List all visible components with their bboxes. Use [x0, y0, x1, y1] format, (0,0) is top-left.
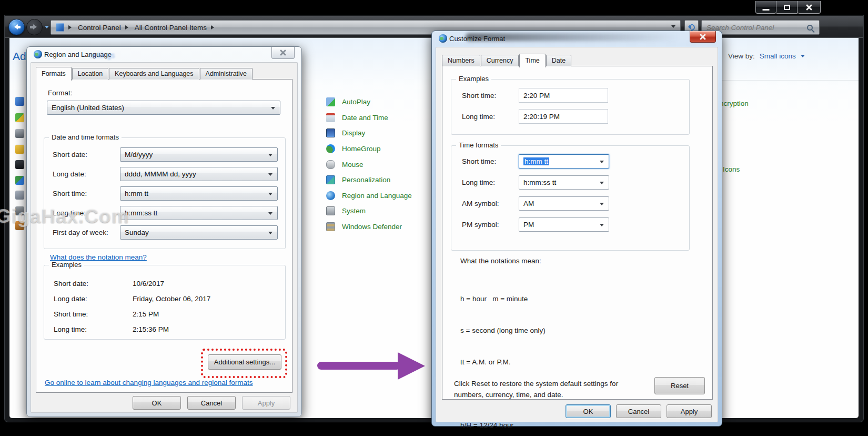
long-time-label: Long time: — [462, 179, 519, 186]
short-time-label: Short time: — [462, 157, 519, 165]
example-long-time-label: Long time: — [54, 325, 133, 333]
am-symbol-combo[interactable]: AM — [519, 196, 609, 211]
close-window-button[interactable] — [798, 1, 821, 14]
long-time-combo[interactable]: h:mm:ss tt — [519, 175, 609, 190]
cp-item-windows-defender[interactable]: Windows Defender — [326, 219, 412, 235]
address-dropdown-icon[interactable] — [671, 25, 675, 30]
minimize-button[interactable] — [755, 1, 776, 14]
long-time-value: h:mm:ss tt — [523, 179, 556, 186]
example-short-date-value: 10/6/2017 — [133, 280, 164, 288]
defender-icon — [326, 222, 335, 231]
group-legend: Time formats — [456, 141, 501, 149]
flag-icon[interactable] — [15, 97, 24, 106]
examples-group: Examples Short date:10/6/2017 Long date:… — [44, 265, 286, 340]
recent-pages-chevron-icon[interactable] — [45, 26, 49, 31]
cp-item-partial-icons[interactable]: Icons — [723, 165, 740, 173]
homegroup-users-icon[interactable] — [15, 176, 24, 185]
tab-date[interactable]: Date — [546, 55, 571, 66]
cp-item-personalization[interactable]: Personalization — [326, 172, 412, 188]
cp-item-partial-encryption[interactable]: ncryption — [720, 100, 749, 107]
cp-item-label: Region and Language — [342, 192, 412, 200]
purple-arrow — [317, 362, 400, 370]
cp-item-date-and-time[interactable]: Date and Time — [326, 110, 412, 126]
forward-button[interactable] — [26, 19, 43, 35]
group-legend: Examples — [456, 75, 491, 83]
notation-line: h = hour m = minute — [460, 294, 574, 304]
format-select[interactable]: English (United States) — [47, 101, 280, 115]
example-long-date-label: Long date: — [54, 295, 133, 303]
cp-item-label: Mouse — [342, 161, 364, 169]
breadcrumb-control-panel[interactable]: Control Panel — [78, 24, 121, 32]
control-panel-icon — [56, 23, 64, 32]
region-tabs: Formats Location Keyboards and Languages… — [36, 67, 253, 80]
tab-numbers[interactable]: Numbers — [442, 55, 480, 66]
cp-item-region-and-language[interactable]: Region and Language — [326, 188, 412, 204]
cp-item-label: AutoPlay — [342, 98, 370, 106]
short-time-value: h:mm tt — [125, 190, 148, 197]
short-time-value-selected: h:mm tt — [523, 157, 549, 165]
notation-line: h/H = 12/24 hour — [460, 420, 574, 431]
minimize-icon — [763, 9, 770, 11]
globe-icon — [326, 191, 335, 200]
first-day-select[interactable]: Sunday — [120, 225, 278, 240]
tab-keyboards-and-languages[interactable]: Keyboards and Languages — [109, 68, 199, 80]
keyboard-icon[interactable] — [15, 160, 24, 169]
example-short-time-value: 2:20 PM — [523, 92, 550, 100]
dialog-title: Customize Format — [449, 35, 505, 43]
cp-item-mouse[interactable]: Mouse — [326, 156, 412, 172]
short-date-select[interactable]: M/d/yyyy — [120, 147, 278, 162]
view-by-value[interactable]: Small icons — [760, 52, 796, 60]
apply-button[interactable]: Apply — [242, 396, 290, 410]
breadcrumb-all-items[interactable]: All Control Panel Items — [135, 24, 207, 32]
ok-button[interactable]: OK — [133, 396, 181, 410]
view-by-control: View by: Small icons — [728, 52, 805, 60]
windows-anytime-icon[interactable] — [15, 113, 24, 122]
long-date-select[interactable]: dddd, MMMM dd, yyyy — [120, 167, 278, 181]
cp-item-system[interactable]: System — [326, 203, 412, 219]
pm-symbol-combo[interactable]: PM — [519, 217, 609, 232]
dialog-button-row: OK Cancel Apply — [133, 396, 290, 410]
reset-button[interactable]: Reset — [654, 377, 705, 394]
cp-item-homegroup[interactable]: HomeGroup — [326, 141, 412, 157]
apply-button[interactable]: Apply — [667, 404, 712, 418]
cancel-button[interactable]: Cancel — [187, 396, 236, 410]
view-by-label: View by: — [728, 52, 755, 60]
notation-help-link[interactable]: What does the notation mean? — [50, 253, 147, 261]
folder-icon[interactable] — [15, 145, 24, 154]
short-date-value: M/d/yyyy — [125, 151, 153, 158]
breadcrumb-arrow-icon — [211, 25, 216, 29]
first-day-label: First day of week: — [53, 229, 120, 236]
date-time-formats-group: Date and time formats Short date:M/d/yyy… — [44, 137, 286, 249]
tab-time[interactable]: Time — [519, 54, 545, 67]
user-accounts-icon[interactable] — [15, 221, 24, 230]
tab-formats[interactable]: Formats — [36, 67, 72, 81]
notation-line: tt = A.M. or P.M. — [460, 357, 574, 368]
display-icon — [326, 128, 335, 137]
cp-item-autoplay[interactable]: AutoPlay — [326, 94, 412, 110]
purple-arrow-head-icon — [398, 352, 425, 380]
short-time-combo[interactable]: h:mm tt — [519, 154, 609, 169]
cancel-button[interactable]: Cancel — [616, 404, 661, 418]
control-panel-item-list: AutoPlay Date and Time Display HomeGroup… — [326, 94, 412, 234]
microphone-icon[interactable] — [15, 206, 24, 215]
page-heading-partial: Ad — [13, 50, 26, 63]
default-programs-icon[interactable] — [15, 191, 24, 200]
back-button[interactable] — [8, 19, 25, 35]
notation-line: s = second (long time only) — [460, 325, 574, 336]
short-time-select[interactable]: h:mm tt — [120, 186, 278, 201]
tab-administrative[interactable]: Administrative — [200, 68, 253, 80]
close-dialog-button[interactable] — [271, 47, 295, 59]
maximize-button[interactable] — [776, 1, 798, 14]
go-online-link[interactable]: Go online to learn about changing langua… — [45, 379, 253, 387]
view-by-chevron-icon[interactable] — [801, 55, 805, 60]
long-time-select[interactable]: h:mm:ss tt — [120, 206, 278, 220]
example-long-time-value: 2:15:36 PM — [133, 325, 169, 333]
tab-currency[interactable]: Currency — [481, 55, 519, 66]
search-input[interactable] — [706, 24, 807, 32]
close-dialog-button[interactable] — [690, 31, 716, 43]
devices-icon[interactable] — [15, 129, 24, 138]
tab-location[interactable]: Location — [72, 68, 108, 80]
cp-item-display[interactable]: Display — [326, 125, 412, 141]
customize-format-dialog: Customize Format Numbers Currency Time D… — [431, 31, 722, 427]
globe-icon — [439, 34, 447, 43]
